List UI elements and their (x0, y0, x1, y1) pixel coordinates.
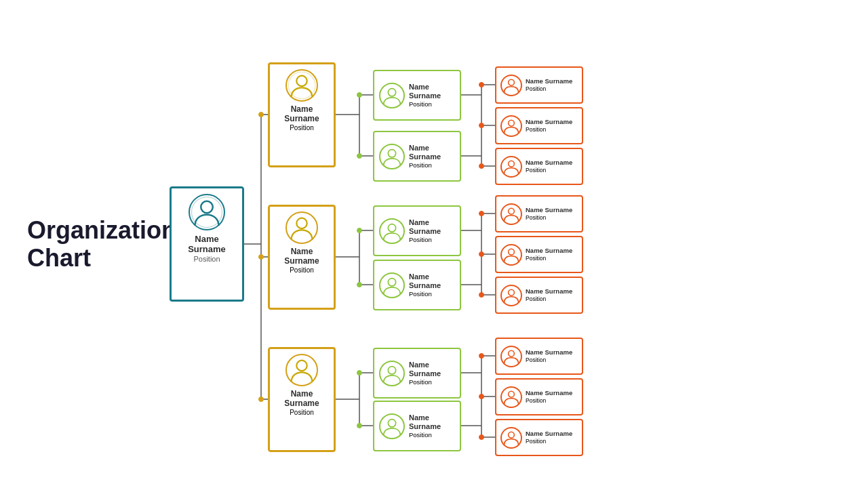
l1-0-pos: Position (273, 124, 330, 131)
l2-1-text: Name Surname Position (409, 144, 455, 168)
svg-point-46 (388, 419, 395, 426)
l3-1-avatar (500, 115, 522, 137)
l3-8-pos: Position (526, 438, 572, 445)
svg-point-45 (388, 366, 395, 373)
l2-4-avatar (379, 361, 405, 386)
svg-point-43 (388, 224, 395, 231)
l2-1-pos: Position (409, 161, 455, 169)
svg-point-41 (388, 88, 395, 96)
root-card[interactable]: NameSurname Position (170, 186, 244, 302)
l2-card-1[interactable]: Name Surname Position (373, 131, 461, 182)
org-chart: NameSurname Position NameSurname Positio… (149, 14, 868, 474)
svg-point-51 (509, 249, 515, 255)
l3-1-pos: Position (526, 126, 572, 133)
svg-point-55 (509, 432, 515, 438)
svg-point-44 (388, 278, 395, 285)
l2-3-pos: Position (409, 290, 455, 298)
l3-5-pos: Position (526, 296, 572, 302)
l1-0-text: NameSurname Position (273, 105, 330, 131)
l3-3-text: Name Surname Position (526, 207, 572, 221)
l3-7-pos: Position (526, 397, 572, 404)
l2-4-pos: Position (409, 378, 455, 386)
dot-l1-1-top (357, 228, 362, 233)
l3-5-text: Name Surname Position (526, 288, 572, 302)
l3-3-avatar (500, 203, 522, 225)
dot-l3-2 (479, 163, 484, 169)
l1-0-name: NameSurname (273, 105, 330, 124)
l3-8-avatar (500, 427, 522, 449)
l2-3-avatar (379, 272, 405, 298)
svg-point-49 (509, 161, 515, 167)
l1-2-avatar (285, 354, 318, 386)
dot-l1-2-bot (357, 423, 362, 428)
l3-0-text: Name Surname Position (526, 78, 572, 92)
l1-card-1[interactable]: NameSurname Position (268, 205, 336, 310)
l3-card-1[interactable]: Name Surname Position (495, 107, 583, 144)
l2-card-4[interactable]: Name Surname Position (373, 348, 461, 399)
l3-4-text: Name Surname Position (526, 247, 572, 262)
svg-point-40 (296, 361, 307, 371)
dot-l1-1-bot (357, 282, 362, 287)
l3-card-7[interactable]: Name Surname Position (495, 378, 583, 415)
l2-5-text: Name Surname Position (409, 413, 455, 438)
dot-root (258, 112, 264, 117)
dot-l1-0-top (357, 92, 362, 98)
l2-5-pos: Position (409, 431, 455, 439)
svg-point-42 (388, 149, 395, 157)
svg-point-39 (296, 218, 307, 228)
l1-1-avatar (285, 211, 318, 244)
l2-3-text: Name Surname Position (409, 272, 455, 297)
svg-point-54 (509, 391, 515, 397)
l2-0-text: Name Surname Position (409, 83, 455, 107)
l1-card-2[interactable]: NameSurname Position (268, 347, 336, 452)
l3-8-text: Name Surname Position (526, 430, 572, 445)
l1-0-avatar (285, 69, 318, 102)
dot-l3-1 (479, 123, 484, 128)
l3-card-8[interactable]: Name Surname Position (495, 419, 583, 456)
l1-1-text: NameSurname Position (273, 247, 330, 274)
dot-l3-5 (479, 292, 484, 298)
l3-card-3[interactable]: Name Surname Position (495, 195, 583, 232)
l3-card-0[interactable]: Name Surname Position (495, 66, 583, 104)
l3-card-6[interactable]: Name Surname Position (495, 338, 583, 375)
title-area: Organizational Chart (0, 216, 149, 272)
l3-3-pos: Position (526, 214, 572, 221)
l2-4-text: Name Surname Position (409, 361, 455, 385)
dot-l3-7 (479, 394, 484, 399)
page: Organizational Chart (0, 0, 868, 488)
root-name: NameSurname (176, 235, 238, 255)
dot-l3-0 (479, 82, 484, 87)
l1-2-text: NameSurname Position (273, 390, 330, 416)
l1-1-pos: Position (273, 266, 330, 274)
l3-2-avatar (500, 156, 522, 178)
dot-root2 (258, 254, 264, 260)
svg-point-47 (509, 79, 515, 85)
l3-2-pos: Position (526, 167, 572, 174)
l2-card-0[interactable]: Name Surname Position (373, 70, 461, 121)
l3-card-2[interactable]: Name Surname Position (495, 148, 583, 185)
l2-2-pos: Position (409, 236, 455, 243)
l3-6-avatar (500, 346, 522, 367)
l1-card-0[interactable]: NameSurname Position (268, 62, 336, 167)
svg-point-35 (201, 201, 213, 214)
l3-4-avatar (500, 244, 522, 266)
svg-point-48 (509, 120, 515, 126)
l3-7-text: Name Surname Position (526, 390, 572, 404)
root-position: Position (176, 255, 238, 263)
svg-point-53 (509, 350, 515, 357)
l2-card-3[interactable]: Name Surname Position (373, 260, 461, 310)
l2-0-avatar (379, 83, 405, 108)
l3-card-5[interactable]: Name Surname Position (495, 277, 583, 314)
dot-l3-8 (479, 434, 484, 440)
l2-card-2[interactable]: Name Surname Position (373, 205, 461, 256)
l3-1-text: Name Surname Position (526, 119, 572, 133)
dot-root3 (258, 396, 264, 402)
l2-1-avatar (379, 144, 405, 169)
l3-7-avatar (500, 386, 522, 408)
root-avatar (189, 194, 225, 230)
l3-card-4[interactable]: Name Surname Position (495, 236, 583, 273)
root-card-text: NameSurname Position (176, 235, 238, 263)
l3-0-avatar (500, 75, 522, 96)
l2-card-5[interactable]: Name Surname Position (373, 401, 461, 451)
l3-4-pos: Position (526, 255, 572, 262)
